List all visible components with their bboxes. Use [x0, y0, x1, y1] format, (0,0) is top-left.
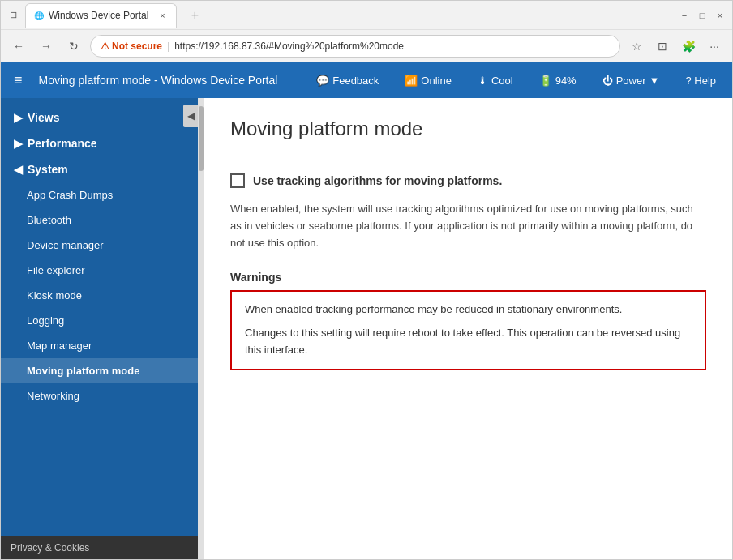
title-divider: [230, 160, 706, 160]
sidebar-item-map-manager[interactable]: Map manager: [1, 333, 198, 358]
tab-favicon: 🌐: [34, 11, 44, 20]
content-area: Moving platform mode Use tracking algori…: [204, 98, 732, 559]
browser-actions: ☆ ⊡ 🧩 ···: [625, 35, 726, 58]
battery-status: 🔋 94%: [533, 71, 583, 90]
temperature-status: 🌡 Cool: [471, 71, 520, 90]
sidebar-item-logging[interactable]: Logging: [1, 308, 198, 333]
privacy-cookies-bar[interactable]: Privacy & Cookies: [1, 536, 198, 559]
sidebar-item-file-explorer[interactable]: File explorer: [1, 258, 198, 283]
title-bar: ⊟ 🌐 Windows Device Portal × + − □ ×: [1, 1, 732, 30]
warning-text-1: When enabled tracking performance may be…: [245, 301, 692, 318]
hamburger-menu-button[interactable]: ≡: [11, 69, 26, 92]
page-title: Moving platform mode: [230, 118, 706, 140]
nav-bar: ← → ↻ ⚠ Not secure | https://192.168.87.…: [1, 30, 732, 62]
help-button[interactable]: ? Help: [679, 71, 722, 90]
collections-icon[interactable]: ⊡: [651, 35, 674, 58]
back-button[interactable]: ←: [7, 35, 30, 58]
browser-tab[interactable]: 🌐 Windows Device Portal ×: [25, 3, 177, 28]
tracking-checkbox-row: Use tracking algorithms for moving platf…: [230, 173, 706, 188]
tracking-checkbox-label: Use tracking algorithms for moving platf…: [253, 174, 502, 187]
more-button[interactable]: ···: [703, 35, 726, 58]
system-arrow-icon: ◀: [14, 163, 23, 176]
feedback-icon: 💬: [316, 75, 329, 87]
online-status: 📶 Online: [398, 71, 458, 90]
extensions-icon[interactable]: 🧩: [677, 35, 700, 58]
views-arrow-icon: ▶: [14, 111, 23, 124]
tracking-checkbox[interactable]: [230, 173, 245, 188]
tab-close-icon[interactable]: ×: [156, 10, 168, 21]
power-dropdown-icon: ▼: [649, 75, 660, 87]
power-icon: ⏻: [602, 75, 613, 87]
sidebar-item-device-manager[interactable]: Device manager: [1, 233, 198, 258]
warning-text-2: Changes to this setting will require reb…: [245, 325, 692, 359]
security-warning: ⚠ Not secure: [101, 41, 162, 52]
power-button[interactable]: ⏻ Power ▼: [596, 71, 667, 90]
address-text: https://192.168.87.36/#Moving%20platform…: [174, 41, 404, 52]
new-tab-button[interactable]: +: [183, 4, 206, 27]
forward-button[interactable]: →: [35, 35, 58, 58]
sidebar-item-moving-platform-mode[interactable]: Moving platform mode: [1, 358, 198, 383]
refresh-button[interactable]: ↻: [62, 35, 85, 58]
maximize-button[interactable]: □: [697, 10, 708, 21]
sidebar: ◀ ▶ Views ▶ Performance ◀ System App Cra…: [1, 98, 198, 559]
sidebar-item-bluetooth[interactable]: Bluetooth: [1, 207, 198, 233]
sidebar-item-views[interactable]: ▶ Views: [1, 105, 198, 130]
wifi-icon: 📶: [405, 75, 418, 87]
sidebar-toggle-icon[interactable]: ⊟: [7, 10, 19, 21]
address-bar[interactable]: ⚠ Not secure | https://192.168.87.36/#Mo…: [90, 35, 620, 58]
sidebar-item-performance[interactable]: ▶ Performance: [1, 130, 198, 156]
sidebar-item-kiosk-mode[interactable]: Kiosk mode: [1, 283, 198, 308]
warnings-box: When enabled tracking performance may be…: [230, 290, 706, 370]
main-layout: ◀ ▶ Views ▶ Performance ◀ System App Cra…: [1, 98, 732, 559]
address-divider: |: [167, 41, 169, 52]
privacy-cookies-label: Privacy & Cookies: [11, 542, 89, 554]
sidebar-collapse-button[interactable]: ◀: [183, 105, 198, 127]
tab-title: Windows Device Portal: [49, 10, 148, 21]
browser-window: ⊟ 🌐 Windows Device Portal × + − □ × ← → …: [0, 0, 733, 560]
window-controls: ⊟: [7, 10, 19, 21]
thermometer-icon: 🌡: [478, 75, 488, 87]
sidebar-item-networking[interactable]: Networking: [1, 383, 198, 408]
warning-triangle-icon: ⚠: [101, 41, 109, 52]
close-button[interactable]: ×: [714, 10, 726, 21]
favorites-icon[interactable]: ☆: [625, 35, 648, 58]
minimize-button[interactable]: −: [679, 10, 690, 21]
feedback-button[interactable]: 💬 Feedback: [310, 71, 385, 90]
performance-arrow-icon: ▶: [14, 137, 23, 150]
app-header: ≡ Moving platform mode - Windows Device …: [1, 62, 732, 98]
battery-icon: 🔋: [539, 75, 552, 87]
sidebar-nav: ▶ Views ▶ Performance ◀ System App Crash…: [1, 98, 198, 536]
warnings-title: Warnings: [230, 271, 706, 284]
app-header-title: Moving platform mode - Windows Device Po…: [39, 74, 298, 87]
warnings-section: Warnings When enabled tracking performan…: [230, 271, 706, 370]
sidebar-item-system[interactable]: ◀ System: [1, 156, 198, 182]
tracking-description: When enabled, the system will use tracki…: [230, 201, 706, 251]
sidebar-item-app-crash-dumps[interactable]: App Crash Dumps: [1, 182, 198, 207]
